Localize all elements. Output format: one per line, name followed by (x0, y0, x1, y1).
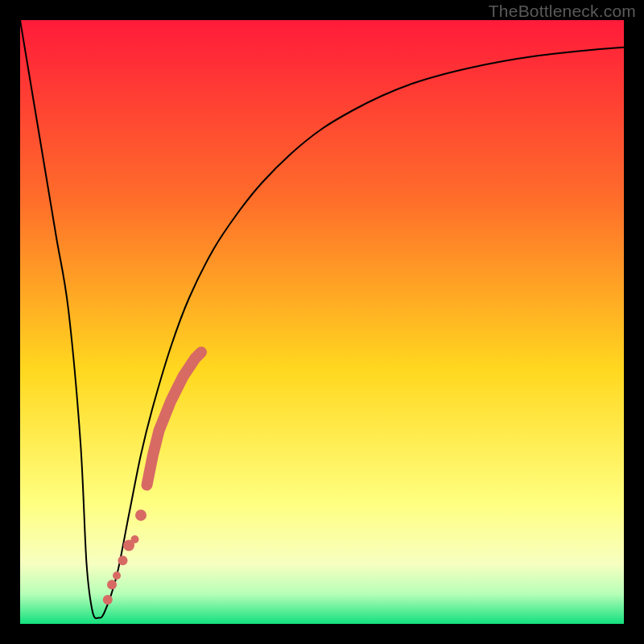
watermark-text: TheBottleneck.com (489, 2, 636, 21)
gradient-background (20, 20, 624, 624)
chart-frame: TheBottleneck.com (0, 0, 644, 644)
highlight-dot (135, 510, 147, 521)
highlight-dot (103, 595, 113, 605)
highlight-dot (131, 535, 139, 543)
highlight-dot (107, 580, 117, 589)
highlight-dot (118, 555, 128, 565)
highlight-dot (113, 572, 121, 580)
chart-canvas (20, 20, 624, 624)
